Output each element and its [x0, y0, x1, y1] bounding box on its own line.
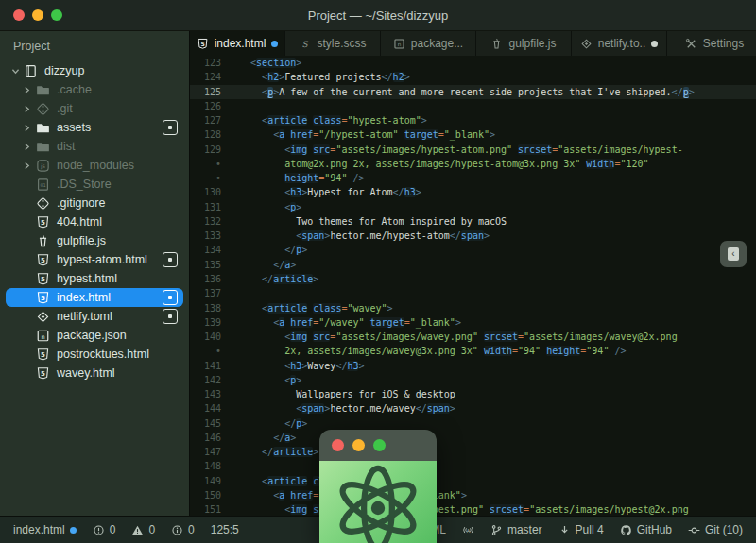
tree-item-hypest-atom-html[interactable]: 5hypest-atom.html	[6, 250, 183, 269]
zoom-button[interactable]	[51, 9, 62, 21]
status-info-count[interactable]: 0	[171, 523, 195, 536]
open-file-badge	[163, 120, 178, 135]
tab-label: style.scss	[317, 37, 366, 50]
text-editor[interactable]: 123 <section>124 <h2>Featured projects</…	[190, 56, 756, 516]
tree-view-sidebar: Project dizzyup.cache.gitassetsdistjsnod…	[0, 31, 190, 516]
line-code: <h2>Featured projects</h2>	[233, 70, 756, 84]
close-button[interactable]	[13, 9, 25, 21]
code-line[interactable]: 143 Wallpapers for iOS & desktop	[190, 387, 756, 401]
info-icon	[171, 524, 183, 536]
line-code	[233, 286, 756, 300]
code-line[interactable]: 124 <h2>Featured projects</h2>	[190, 70, 756, 84]
code-line[interactable]: 129 <img src="assets/images/hypest-atom.…	[190, 143, 756, 157]
titlebar: Project — ~/Sites/dizzyup	[0, 0, 756, 31]
chevron-right-icon[interactable]	[24, 161, 36, 170]
line-code: <span>hector.me/wavey</span>	[233, 401, 756, 416]
code-line[interactable]: 150 <a href="/hypest" target="_blank">	[190, 488, 756, 502]
code-line[interactable]: • height="94" />	[190, 171, 756, 185]
tree-item--cache[interactable]: .cache	[6, 80, 183, 99]
code-line[interactable]: 132 Two themes for Atom inspired by macO…	[190, 214, 756, 229]
tree-item--ds-store[interactable]: 01.DS_Store	[6, 175, 183, 194]
tab-gulpfile-js[interactable]: gulpfile.js	[476, 31, 572, 56]
panel-toggle-button[interactable]: ‹	[720, 241, 747, 267]
tree-item--git[interactable]: .git	[6, 99, 183, 118]
code-line[interactable]: 147 </article>	[190, 445, 756, 459]
status-broadcast[interactable]: A	[462, 524, 474, 536]
status-git-branch[interactable]: master	[490, 523, 542, 536]
status-active-file[interactable]: index.html	[13, 523, 77, 536]
tree-item-netlify-toml[interactable]: netlify.toml	[6, 307, 183, 326]
line-number: 133	[190, 229, 233, 243]
code-line[interactable]: • 2x, assets/images/wavey@3x.png 3x" wid…	[190, 344, 756, 358]
code-line[interactable]: 141 <h3>Wavey</h3>	[190, 359, 756, 373]
code-line[interactable]: 123 <section>	[190, 56, 756, 70]
tree-item-wavey-html[interactable]: 5wavey.html	[6, 364, 183, 382]
code-line[interactable]: 146 </a>	[190, 431, 756, 445]
tree-item-label: dizzyup	[44, 64, 84, 77]
tree-item-gulpfile-js[interactable]: gulpfile.js	[6, 231, 183, 250]
code-line[interactable]: 149 <article class="hypest">	[190, 474, 756, 488]
netlify-icon	[36, 310, 50, 324]
status-cursor-position[interactable]: 125:5	[211, 523, 239, 536]
status-warning-count[interactable]: 0	[131, 523, 155, 536]
status-error-count[interactable]: 0	[93, 523, 116, 536]
code-line[interactable]: 142 <p>	[190, 373, 756, 387]
tree-item-dist[interactable]: dist	[6, 137, 183, 156]
chevron-right-icon[interactable]	[24, 86, 36, 94]
code-line[interactable]: 145 </p>	[190, 416, 756, 431]
tree-item-package-json[interactable]: npackage.json	[6, 326, 183, 345]
tree-item-assets[interactable]: assets	[6, 118, 183, 137]
status-github[interactable]: GitHub	[620, 523, 672, 536]
modified-dot	[70, 527, 77, 534]
code-line[interactable]: 148	[190, 459, 756, 473]
code-line[interactable]: 130 <h3>Hypest for Atom</h3>	[190, 185, 756, 199]
tree-item-label: hypest.html	[57, 272, 117, 285]
code-line[interactable]: 125 <p>A few of the current and more rec…	[190, 85, 756, 99]
chevron-down-icon[interactable]	[11, 68, 24, 75]
tab-netlify-to-[interactable]: netlify.to..	[572, 31, 667, 56]
code-line[interactable]: 127 <article class="hypest-atom">	[190, 113, 756, 127]
line-number: 140	[190, 330, 233, 344]
code-line[interactable]: 151 <img src="assets/images/hypest.png" …	[190, 502, 756, 516]
code-line[interactable]: 134 </p>	[190, 243, 756, 257]
status-label: 0	[188, 523, 195, 536]
code-line[interactable]: • atom@2x.png 2x, assets/images/hypest-a…	[190, 157, 756, 171]
html5-icon: 5	[36, 272, 50, 286]
code-line[interactable]: 135 </a>	[190, 258, 756, 272]
code-line[interactable]: 126	[190, 99, 756, 113]
tab-package-[interactable]: npackage...	[381, 31, 476, 56]
svg-text:5: 5	[41, 294, 45, 302]
chevron-right-icon[interactable]	[24, 105, 36, 113]
tree-item-label: index.html	[57, 291, 111, 304]
chevron-right-icon[interactable]	[24, 143, 36, 151]
tree-item-postrocktues-html[interactable]: 5postrocktues.html	[6, 345, 183, 364]
minimize-button[interactable]	[32, 9, 43, 21]
code-line[interactable]: 128 <a href="/hypest-atom" target="_blan…	[190, 127, 756, 142]
code-line[interactable]: 140 <img src="assets/images/wavey.png" s…	[190, 330, 756, 344]
tree-item-index-html[interactable]: 5index.html	[6, 288, 183, 307]
code-line[interactable]: 133 <span>hector.me/hypest-atom</span>	[190, 229, 756, 243]
code-line[interactable]: 139 <a href="/wavey" target="_blank">	[190, 315, 756, 330]
tab-style-scss[interactable]: Sstyle.scss	[285, 31, 381, 56]
tree-item-hypest-html[interactable]: 5hypest.html	[6, 269, 183, 288]
code-line[interactable]: 136 </article>	[190, 272, 756, 286]
tab-index-html[interactable]: 5index.html	[190, 31, 285, 56]
html5-icon: 5	[36, 215, 50, 229]
atom-window: Project — ~/Sites/dizzyup Project dizzyu…	[0, 0, 756, 543]
code-line[interactable]: 138 <article class="wavey">	[190, 301, 756, 315]
status-git-status[interactable]: Git (10)	[688, 523, 743, 536]
code-line[interactable]: 137	[190, 286, 756, 300]
tree-item-404-html[interactable]: 5404.html	[6, 212, 183, 231]
line-number: 138	[190, 301, 233, 315]
status-git-pull[interactable]: Pull 4	[558, 523, 604, 536]
line-code: <span>hector.me/hypest-atom</span>	[233, 229, 756, 243]
tree-item-dizzyup[interactable]: dizzyup	[6, 61, 183, 80]
line-number: 150	[190, 488, 233, 502]
tab-settings[interactable]: Settings	[667, 31, 756, 56]
line-number: 141	[190, 359, 233, 373]
tree-item-node-modules[interactable]: jsnode_modules	[6, 156, 183, 175]
chevron-right-icon[interactable]	[24, 124, 36, 132]
code-line[interactable]: 131 <p>	[190, 200, 756, 214]
tree-item--gitignore[interactable]: .gitignore	[6, 194, 183, 212]
code-line[interactable]: 144 <span>hector.me/wavey</span>	[190, 401, 756, 416]
